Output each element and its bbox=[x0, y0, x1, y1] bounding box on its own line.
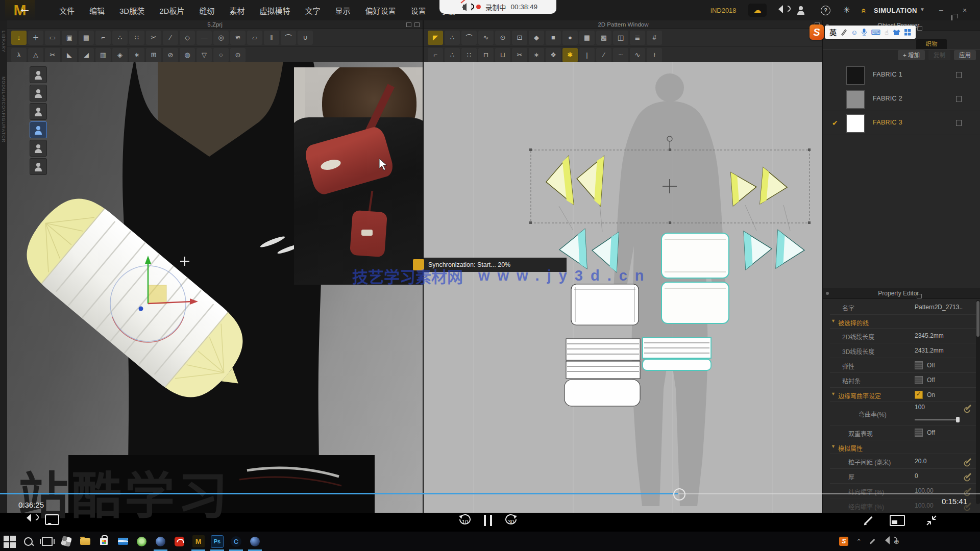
pause-button[interactable] bbox=[484, 515, 492, 526]
menu-item[interactable]: 文字 bbox=[305, 5, 320, 16]
browser-app-2-icon[interactable] bbox=[246, 532, 264, 551]
fabric-item[interactable]: ✔ FABRIC 2 bbox=[823, 87, 980, 111]
pattern-clone-icon[interactable]: ▦ bbox=[579, 31, 595, 45]
add-fabric-button[interactable]: + 增加 bbox=[898, 50, 925, 60]
checkbox-icon[interactable] bbox=[915, 429, 923, 437]
tray-pen-icon[interactable] bbox=[870, 539, 875, 544]
value-slider[interactable] bbox=[915, 418, 960, 422]
ime-language-toggle[interactable]: 英 bbox=[829, 27, 837, 37]
grading-icon[interactable]: ≣ bbox=[630, 31, 645, 45]
fabric-item[interactable]: ✔ FABRIC 3 bbox=[823, 111, 980, 135]
transform-pattern-icon[interactable]: ▣ bbox=[62, 31, 77, 45]
show-3d-pen-icon[interactable]: ▽ bbox=[197, 48, 212, 62]
segment-sewing-2d-icon[interactable]: ⌐ bbox=[428, 48, 443, 62]
fabric-item[interactable]: ✔ FABRIC 1 bbox=[823, 63, 980, 87]
exit-fullscreen-button[interactable] bbox=[925, 514, 938, 527]
fabric-detail-icon[interactable] bbox=[956, 120, 962, 126]
seam-divider[interactable]: | bbox=[579, 48, 595, 62]
notes-pencil-button[interactable] bbox=[864, 516, 872, 524]
property-value[interactable]: 0 bbox=[915, 472, 918, 480]
edit-curve-point-icon[interactable]: ∿ bbox=[478, 31, 494, 45]
edit-sewing-icon[interactable]: ✂ bbox=[146, 31, 161, 45]
polygon-tool-icon[interactable]: ◆ bbox=[529, 31, 544, 45]
forward-30-button[interactable]: 30 bbox=[503, 513, 519, 528]
user-account-icon[interactable] bbox=[797, 6, 804, 14]
measure-icon[interactable]: — bbox=[197, 31, 212, 45]
fabric-detail-icon[interactable] bbox=[956, 72, 962, 78]
help-icon[interactable]: ? bbox=[821, 6, 830, 15]
edit-sewing-2d-icon[interactable]: ⊓ bbox=[478, 48, 494, 62]
show-points-icon[interactable]: ✱ bbox=[562, 48, 578, 62]
fabric-swatch[interactable] bbox=[846, 66, 865, 85]
file-explorer-icon[interactable] bbox=[76, 532, 94, 551]
account-name[interactable]: iND2018 bbox=[710, 7, 737, 14]
sync-garment-icon[interactable]: ↓ bbox=[11, 31, 27, 45]
shirring-icon[interactable]: ∿ bbox=[630, 48, 645, 62]
property-value[interactable]: 100.00 bbox=[915, 502, 934, 509]
rectangle-select-icon[interactable]: ▭ bbox=[45, 31, 60, 45]
task-view-icon[interactable] bbox=[38, 532, 57, 551]
photoshop-icon[interactable]: Ps bbox=[208, 532, 227, 551]
browser-app-icon[interactable] bbox=[151, 532, 170, 551]
ime-pen-icon[interactable] bbox=[841, 29, 847, 36]
minimize-button[interactable]: – bbox=[939, 6, 943, 14]
generate-inner-shape-icon[interactable]: ⊡ bbox=[512, 31, 527, 45]
mn-sewing-2d-icon[interactable]: ∷ bbox=[461, 48, 477, 62]
check-sewing-icon[interactable]: ⊔ bbox=[495, 48, 510, 62]
menu-item[interactable]: 素材 bbox=[229, 5, 244, 16]
property-value[interactable]: 100 bbox=[915, 404, 925, 411]
property-value[interactable]: 2431.2mm bbox=[915, 347, 944, 354]
simulation-button[interactable]: SIMULATION bbox=[874, 7, 917, 14]
scrollbar-thumb[interactable] bbox=[976, 301, 979, 337]
menu-item[interactable]: 2D板片 bbox=[159, 5, 184, 16]
pattern-panel-back[interactable] bbox=[571, 284, 639, 325]
section-caret-icon[interactable]: ▼ bbox=[831, 444, 836, 449]
property-value[interactable]: Pattern2D_2713.. bbox=[915, 304, 963, 311]
apply-fabric-button[interactable]: 应用 bbox=[954, 50, 976, 60]
flatten-icon[interactable]: ◎ bbox=[213, 31, 229, 45]
elastic-icon[interactable]: ┄ bbox=[613, 48, 628, 62]
section-caret-icon[interactable]: ▼ bbox=[831, 318, 836, 323]
recorder-muted-speaker-icon[interactable] bbox=[463, 5, 467, 10]
pattern-strip-group-right[interactable] bbox=[643, 338, 711, 370]
ime-handwriting-icon[interactable]: ☝ bbox=[885, 29, 889, 36]
property-value[interactable]: 2345.2mm bbox=[915, 332, 944, 339]
rectangle-tool-icon[interactable]: ■ bbox=[546, 31, 561, 45]
move-tool-icon[interactable]: ＋ bbox=[28, 31, 43, 45]
fabric-swatch[interactable] bbox=[846, 90, 865, 109]
checkbox-icon[interactable] bbox=[915, 361, 923, 369]
library-dock-label[interactable]: LIBRARY bbox=[1, 31, 6, 53]
ime-keyboard-icon[interactable]: ⌨ bbox=[871, 29, 880, 36]
clo-app-icon[interactable]: C bbox=[227, 532, 246, 551]
dart-left-icon[interactable]: ◣ bbox=[62, 48, 77, 62]
media-app-icon[interactable] bbox=[170, 532, 189, 551]
section-caret-icon[interactable]: ▼ bbox=[831, 391, 836, 396]
hide-avatar-icon[interactable]: ⊘ bbox=[163, 48, 178, 62]
avatar-pose-icon[interactable]: λ bbox=[11, 48, 27, 62]
avatar-tab-2[interactable] bbox=[30, 85, 47, 102]
steam-icon[interactable]: ≋ bbox=[230, 31, 246, 45]
fabric-detail-icon[interactable] bbox=[956, 96, 962, 102]
pane-expand-icon[interactable] bbox=[414, 22, 420, 27]
progress-handle[interactable] bbox=[673, 488, 685, 500]
slider-thumb[interactable] bbox=[956, 417, 960, 422]
ime-emoji-icon[interactable]: ☺ bbox=[851, 29, 857, 36]
search-icon[interactable] bbox=[19, 532, 38, 551]
scissors-icon[interactable]: ✂ bbox=[45, 48, 60, 62]
gizmo-plane-handle[interactable] bbox=[148, 285, 166, 304]
menu-item[interactable]: 显示 bbox=[335, 5, 350, 16]
tray-sogou-icon[interactable]: S bbox=[839, 537, 848, 546]
camera-icon[interactable]: ⊙ bbox=[230, 48, 246, 62]
render-icon[interactable]: ◍ bbox=[180, 48, 195, 62]
back-arrow-icon[interactable]: ← bbox=[18, 1, 31, 16]
pattern-piece-cyan-4[interactable] bbox=[776, 230, 805, 270]
volume-button[interactable] bbox=[22, 515, 28, 524]
grid-icon[interactable]: ○ bbox=[213, 48, 229, 62]
pane-float-icon[interactable] bbox=[406, 22, 411, 27]
simulation-dropdown-caret[interactable]: ▼ bbox=[920, 7, 925, 12]
wrench-icon[interactable] bbox=[966, 473, 971, 479]
wrench-icon[interactable] bbox=[966, 458, 971, 464]
avatar-tab-6[interactable] bbox=[30, 158, 47, 175]
trace-icon[interactable]: # bbox=[647, 31, 662, 45]
show-arrangement-icon[interactable]: ∗ bbox=[129, 48, 144, 62]
